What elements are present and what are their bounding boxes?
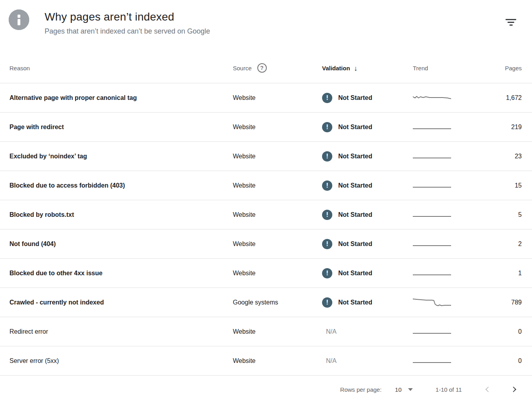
reason-cell: Redirect error (9, 328, 233, 335)
sort-desc-arrow-icon: ↓ (354, 64, 358, 73)
pagination-bar: Rows per page: 10 1-10 of 11 (0, 376, 532, 403)
trend-sparkline (413, 180, 451, 191)
validation-cell: !Not Started (322, 268, 413, 278)
table-row[interactable]: Blocked by robots.txt Website !Not Start… (0, 200, 532, 229)
trend-cell (413, 210, 476, 220)
source-cell: Website (233, 241, 322, 248)
reason-cell: Server error (5xx) (9, 357, 233, 365)
validation-alert-icon: ! (322, 239, 332, 249)
table-row[interactable]: Crawled - currently not indexed Google s… (0, 288, 532, 317)
source-cell: Website (233, 124, 322, 131)
column-header-pages[interactable]: Pages (476, 65, 522, 71)
source-cell: Google systems (233, 299, 322, 306)
panel-header: Why pages aren’t indexed Pages that aren… (0, 0, 532, 49)
table-body: Alternative page with proper canonical t… (0, 83, 532, 376)
reason-cell: Blocked due to access forbidden (403) (9, 182, 233, 189)
trend-cell (413, 327, 476, 337)
source-cell: Website (233, 94, 322, 101)
chevron-left-icon (485, 386, 491, 392)
rows-per-page-label: Rows per page: (340, 386, 382, 393)
column-header-source[interactable]: Source ? (233, 63, 322, 73)
validation-status-label: Not Started (338, 211, 372, 218)
previous-page-button[interactable] (484, 384, 493, 395)
validation-alert-icon: ! (322, 151, 332, 162)
validation-header-label: Validation (322, 65, 350, 71)
table-row[interactable]: Excluded by ‘noindex’ tag Website !Not S… (0, 142, 532, 171)
trend-sparkline (413, 239, 451, 249)
table-row[interactable]: Server error (5xx) Website N/A 0 (0, 346, 532, 376)
trend-sparkline (413, 356, 451, 366)
info-icon (9, 9, 29, 30)
pages-cell: 23 (476, 153, 522, 160)
table-row[interactable]: Blocked due to access forbidden (403) We… (0, 171, 532, 200)
pages-cell: 5 (476, 211, 522, 218)
validation-status-label: Not Started (338, 94, 372, 101)
reason-cell: Page with redirect (9, 124, 233, 131)
trend-sparkline (413, 297, 451, 308)
trend-cell (413, 151, 476, 162)
pages-cell: 1 (476, 270, 522, 277)
page-range-label: 1-10 of 11 (436, 386, 462, 393)
trend-sparkline (413, 151, 451, 162)
filter-list-icon (506, 19, 516, 26)
pages-cell: 789 (476, 299, 522, 306)
rows-per-page-value[interactable]: 10 (395, 386, 402, 393)
validation-alert-icon: ! (322, 210, 332, 220)
source-cell: Website (233, 182, 322, 189)
table-row[interactable]: Not found (404) Website !Not Started 2 (0, 229, 532, 259)
column-header-validation[interactable]: Validation ↓ (322, 64, 413, 72)
trend-cell (413, 180, 476, 191)
pages-cell: 0 (476, 357, 522, 365)
dropdown-caret-icon[interactable] (408, 388, 413, 391)
validation-status-label: Not Started (338, 241, 372, 248)
reason-cell: Alternative page with proper canonical t… (9, 94, 233, 101)
validation-status-label: Not Started (338, 270, 372, 277)
pages-cell: 1,672 (476, 94, 522, 101)
issues-table: Reason Source ? Validation ↓ Trend Pages… (0, 49, 532, 376)
column-header-trend[interactable]: Trend (413, 65, 476, 71)
validation-cell: !Not Started (322, 151, 413, 162)
pages-cell: 219 (476, 124, 522, 131)
page-subtitle: Pages that aren’t indexed can’t be serve… (45, 27, 210, 36)
trend-cell (413, 122, 476, 132)
validation-alert-icon: ! (322, 93, 332, 103)
trend-sparkline (413, 268, 451, 278)
validation-cell: !Not Started (322, 239, 413, 249)
table-row[interactable]: Blocked due to other 4xx issue Website !… (0, 259, 532, 288)
source-header-label: Source (233, 65, 252, 71)
table-row[interactable]: Redirect error Website N/A 0 (0, 317, 532, 346)
reason-cell: Blocked due to other 4xx issue (9, 270, 233, 277)
validation-alert-icon: ! (322, 268, 332, 278)
source-cell: Website (233, 270, 322, 277)
table-row[interactable]: Alternative page with proper canonical t… (0, 83, 532, 113)
filter-button[interactable] (502, 16, 519, 29)
header-text: Why pages aren’t indexed Pages that aren… (45, 9, 210, 36)
validation-status-label: Not Started (338, 299, 372, 306)
trend-cell (413, 356, 476, 366)
validation-status-label: Not Started (338, 153, 372, 160)
pages-cell: 2 (476, 241, 522, 248)
source-cell: Website (233, 153, 322, 160)
table-row[interactable]: Page with redirect Website !Not Started … (0, 113, 532, 142)
trend-cell (413, 93, 476, 103)
source-cell: Website (233, 328, 322, 335)
next-page-button[interactable] (509, 384, 518, 395)
validation-cell: N/A (322, 357, 413, 365)
trend-sparkline (413, 122, 451, 132)
trend-sparkline (413, 93, 451, 103)
reason-cell: Blocked by robots.txt (9, 211, 233, 218)
source-cell: Website (233, 211, 322, 218)
chevron-right-icon (511, 386, 516, 392)
validation-cell: !Not Started (322, 210, 413, 220)
trend-cell (413, 268, 476, 278)
table-header-row: Reason Source ? Validation ↓ Trend Pages (0, 49, 532, 83)
pages-cell: 15 (476, 182, 522, 189)
validation-status-label: Not Started (338, 124, 372, 131)
help-icon[interactable]: ? (257, 63, 267, 73)
reason-cell: Excluded by ‘noindex’ tag (9, 153, 233, 160)
validation-cell: !Not Started (322, 297, 413, 308)
validation-status-label: Not Started (338, 182, 372, 189)
trend-cell (413, 297, 476, 308)
trend-cell (413, 239, 476, 249)
column-header-reason[interactable]: Reason (9, 65, 233, 71)
